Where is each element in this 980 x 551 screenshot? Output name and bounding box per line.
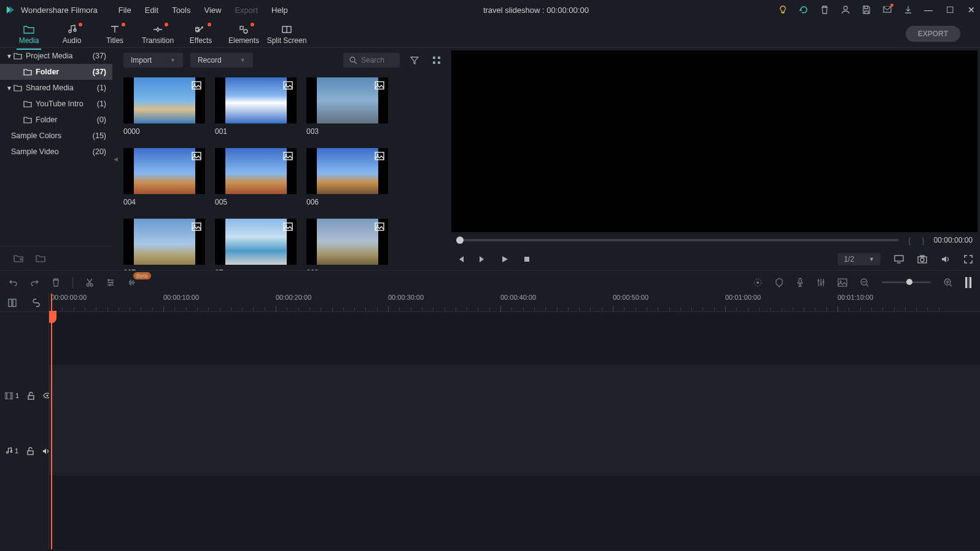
- fullscreen-icon[interactable]: [964, 255, 973, 264]
- tab-transition[interactable]: Transition: [136, 23, 179, 45]
- import-dropdown[interactable]: Import▼: [123, 53, 183, 68]
- mark-in-icon[interactable]: {: [906, 236, 912, 245]
- render-icon[interactable]: [753, 278, 763, 287]
- sidebar-item[interactable]: ▼Shared Media(1): [0, 80, 112, 96]
- sidebar-collapse-handle[interactable]: [112, 48, 119, 270]
- tab-audio[interactable]: Audio: [50, 23, 93, 45]
- close-icon[interactable]: ✕: [968, 5, 975, 15]
- playhead[interactable]: [51, 294, 52, 549]
- menu-edit[interactable]: Edit: [139, 3, 165, 17]
- empty-lane-bottom[interactable]: [49, 475, 980, 549]
- media-thumbnail[interactable]: 003: [306, 77, 395, 136]
- folder-icon[interactable]: [36, 254, 45, 263]
- media-thumbnail[interactable]: 07: [215, 219, 304, 270]
- media-thumbnail[interactable]: 004: [123, 148, 212, 206]
- sidebar-item[interactable]: YouTube Intro(1): [0, 96, 112, 112]
- media-thumbnail[interactable]: 006: [306, 148, 395, 206]
- maximize-icon[interactable]: ☐: [946, 5, 954, 15]
- tab-media[interactable]: Media: [7, 23, 50, 45]
- save-icon[interactable]: [861, 5, 871, 15]
- step-forward-icon[interactable]: [478, 255, 487, 264]
- lightbulb-icon[interactable]: [778, 5, 788, 15]
- sidebar-item[interactable]: Sample Video(20): [0, 144, 112, 160]
- new-folder-icon[interactable]: [14, 254, 23, 263]
- refresh-icon[interactable]: [799, 5, 809, 15]
- display-icon[interactable]: [894, 255, 904, 264]
- menu-tools[interactable]: Tools: [166, 3, 196, 17]
- sidebar-item[interactable]: Folder(0): [0, 112, 112, 128]
- undo-icon[interactable]: [9, 278, 18, 286]
- minimize-icon[interactable]: —: [924, 5, 933, 15]
- svg-point-0: [844, 6, 847, 10]
- redo-icon[interactable]: [30, 278, 39, 286]
- main-menu: File Edit Tools View Export Help: [112, 3, 294, 17]
- media-thumbnail[interactable]: 0000: [123, 77, 212, 136]
- timeline-body[interactable]: 00:00:00:0000:00:10:0000:00:20:0000:00:3…: [49, 294, 980, 549]
- menu-help[interactable]: Help: [265, 3, 294, 17]
- search-box[interactable]: [343, 53, 400, 68]
- audio-mixer-icon[interactable]: [817, 278, 825, 287]
- preview-scale-dropdown[interactable]: 1/2▼: [838, 253, 881, 265]
- voiceover-icon[interactable]: [796, 278, 804, 287]
- download-icon[interactable]: [903, 5, 913, 15]
- mark-out-icon[interactable]: }: [920, 236, 926, 245]
- lock-icon[interactable]: [27, 447, 34, 455]
- timeline-manage-icon[interactable]: [8, 299, 17, 307]
- empty-lane[interactable]: [49, 312, 980, 365]
- export-button[interactable]: EXPORT: [906, 26, 960, 42]
- zoom-fit-icon[interactable]: [965, 277, 971, 288]
- audio-beat-icon[interactable]: [127, 278, 136, 287]
- tab-elements[interactable]: Elements: [222, 23, 265, 45]
- zoom-in-icon[interactable]: [943, 278, 953, 287]
- search-input[interactable]: [361, 56, 392, 64]
- video-track-lane[interactable]: [49, 365, 980, 426]
- zoom-slider[interactable]: [882, 281, 931, 283]
- audio-track-lane[interactable]: [49, 426, 980, 475]
- timeline-link-icon[interactable]: [32, 299, 41, 307]
- audio-track-header[interactable]: 1: [0, 426, 49, 475]
- sidebar-item[interactable]: Folder(37): [0, 64, 112, 80]
- marker-icon[interactable]: [775, 278, 784, 287]
- tab-titles[interactable]: Titles: [93, 23, 136, 45]
- volume-icon[interactable]: [941, 255, 951, 264]
- image-type-icon: [283, 222, 293, 231]
- timeline-ruler[interactable]: 00:00:00:0000:00:10:0000:00:20:0000:00:3…: [49, 294, 980, 312]
- tab-effects[interactable]: Effects: [179, 23, 222, 45]
- menu-view[interactable]: View: [198, 3, 227, 17]
- image-icon[interactable]: [838, 278, 847, 287]
- zoom-out-icon[interactable]: [860, 278, 869, 287]
- record-dropdown[interactable]: Record▼: [190, 53, 253, 68]
- preview-scrub-track[interactable]: [456, 239, 899, 241]
- sidebar-item[interactable]: ▼Project Media(37): [0, 48, 112, 64]
- preview-controls: 1/2▼: [449, 248, 980, 270]
- svg-point-36: [87, 284, 89, 286]
- menu-file[interactable]: File: [112, 3, 138, 17]
- cut-icon[interactable]: [85, 278, 94, 287]
- tab-splitscreen[interactable]: Split Screen: [265, 23, 308, 45]
- stop-icon[interactable]: [523, 255, 531, 264]
- adjust-icon[interactable]: [106, 278, 115, 287]
- message-icon[interactable]: [882, 5, 892, 15]
- lock-icon[interactable]: [28, 392, 34, 400]
- delete-icon[interactable]: [52, 278, 60, 287]
- media-thumbnail[interactable]: 001: [215, 77, 304, 136]
- account-icon[interactable]: [841, 5, 850, 15]
- filter-icon[interactable]: [407, 53, 422, 68]
- snapshot-icon[interactable]: [917, 255, 927, 264]
- grid-view-icon[interactable]: [429, 53, 444, 68]
- step-back-icon[interactable]: [456, 255, 465, 264]
- video-track-header[interactable]: 1: [0, 365, 49, 426]
- preview-viewport[interactable]: [451, 50, 978, 232]
- play-icon[interactable]: [500, 255, 509, 264]
- image-type-icon: [283, 81, 293, 90]
- media-thumbnail[interactable]: 005: [215, 148, 304, 206]
- preview-timecode: 00:00:00:00: [934, 236, 973, 244]
- media-thumbnail[interactable]: 007: [123, 219, 212, 270]
- svg-line-7: [354, 61, 357, 64]
- media-sidebar: ▼Project Media(37)Folder(37)▼Shared Medi…: [0, 48, 112, 270]
- media-tree: ▼Project Media(37)Folder(37)▼Shared Medi…: [0, 48, 112, 246]
- media-thumbnail[interactable]: 008: [306, 219, 395, 270]
- trash-icon[interactable]: [820, 5, 830, 15]
- sidebar-item[interactable]: Sample Colors(15): [0, 128, 112, 144]
- menu-export[interactable]: Export: [228, 3, 264, 17]
